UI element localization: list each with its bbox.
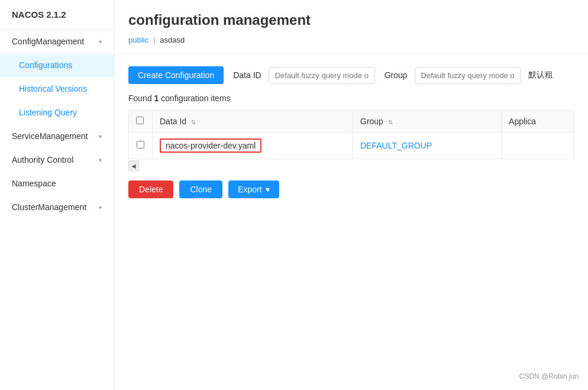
sidebar-logo: NACOS 2.1.2	[0, 0, 114, 30]
clone-button[interactable]: Clone	[179, 181, 222, 198]
delete-button[interactable]: Delete	[128, 181, 173, 198]
sort-icon: ⇅	[388, 119, 393, 125]
chevron-down-icon: ▾	[266, 185, 270, 194]
result-prefix: Found	[128, 94, 154, 103]
toolbar: Create Configuration Data ID Group 默认租	[128, 66, 574, 84]
chevron-right-icon: ▾	[99, 204, 102, 211]
table-header-group: Group ⇅	[353, 111, 502, 133]
breadcrumb-public[interactable]: public	[128, 36, 148, 44]
chevron-right-icon: ▾	[99, 133, 102, 140]
group-search-input[interactable]	[415, 67, 521, 84]
sidebar-item-label: Namespace	[12, 179, 56, 188]
result-suffix: configuration items	[159, 94, 230, 103]
select-all-checkbox[interactable]	[136, 117, 144, 124]
row-group-cell: DEFAULT_GROUP	[353, 133, 502, 159]
breadcrumb-separator: |	[153, 36, 155, 44]
page-title: configuration management	[128, 12, 574, 28]
data-id-search-input[interactable]	[269, 67, 375, 84]
export-button[interactable]: Export ▾	[228, 181, 279, 198]
chevron-right-icon: ▾	[99, 157, 102, 163]
export-label: Export	[238, 185, 261, 194]
sidebar-item-label: ServiceManagement	[12, 131, 88, 141]
data-id-label: Data ID	[233, 70, 261, 80]
action-row: Delete Clone Export ▾	[128, 181, 574, 198]
sidebar-item-label: Historical Versions	[19, 84, 87, 94]
main-header: configuration management public | asdasd	[114, 0, 588, 54]
row-checkbox-cell	[129, 133, 153, 159]
group-label: Group	[385, 70, 408, 80]
sidebar: NACOS 2.1.2 ConfigManagement ▾ Configura…	[0, 0, 114, 390]
sidebar-item-service-management[interactable]: ServiceManagement ▾	[0, 124, 114, 148]
create-configuration-button[interactable]: Create Configuration	[128, 66, 224, 84]
sidebar-item-label: ClusterManagement	[12, 202, 86, 212]
table-row: nacos-provider-dev.yaml DEFAULT_GROUP	[129, 133, 574, 159]
row-data-id-cell: nacos-provider-dev.yaml	[153, 133, 353, 159]
sidebar-item-config-management[interactable]: ConfigManagement ▾	[0, 30, 114, 53]
sidebar-item-label: Configurations	[19, 60, 72, 70]
main-body: Create Configuration Data ID Group 默认租 F…	[114, 54, 588, 390]
table-header-data-id: Data Id ⇅	[153, 111, 353, 133]
sidebar-item-namespace[interactable]: Namespace	[0, 172, 114, 195]
config-table: Data Id ⇅ Group ⇅ Applica	[128, 110, 574, 159]
scroll-left-button[interactable]: ◀	[128, 160, 139, 171]
breadcrumb-current: asdasd	[160, 36, 185, 44]
sidebar-item-label: ConfigManagement	[12, 37, 84, 46]
chevron-down-icon: ▾	[99, 38, 102, 45]
result-info: Found 1 configuration items	[128, 94, 574, 103]
sidebar-item-historical-versions[interactable]: Historical Versions	[0, 77, 114, 101]
sidebar-item-label: Listening Query	[19, 108, 77, 117]
scroll-hint: ◀	[128, 160, 574, 171]
main-content: configuration management public | asdasd…	[114, 0, 588, 390]
data-id-value[interactable]: nacos-provider-dev.yaml	[160, 138, 261, 153]
row-checkbox[interactable]	[137, 141, 144, 149]
breadcrumb: public | asdasd	[128, 36, 574, 44]
default-label: 默认租	[528, 70, 553, 80]
sidebar-item-authority-control[interactable]: Authority Control ▾	[0, 148, 114, 172]
table-header-checkbox	[129, 111, 153, 133]
sidebar-item-label: Authority Control	[12, 155, 73, 165]
sidebar-item-listening-query[interactable]: Listening Query	[0, 101, 114, 124]
row-application-cell	[502, 133, 574, 159]
watermark: CSDN @Robin jun	[519, 372, 579, 381]
table-header-application: Applica	[502, 111, 574, 133]
sidebar-item-cluster-management[interactable]: ClusterManagement ▾	[0, 195, 114, 219]
sort-icon: ⇅	[191, 119, 196, 125]
group-value: DEFAULT_GROUP	[360, 141, 432, 150]
sidebar-item-configurations[interactable]: Configurations	[0, 53, 114, 77]
